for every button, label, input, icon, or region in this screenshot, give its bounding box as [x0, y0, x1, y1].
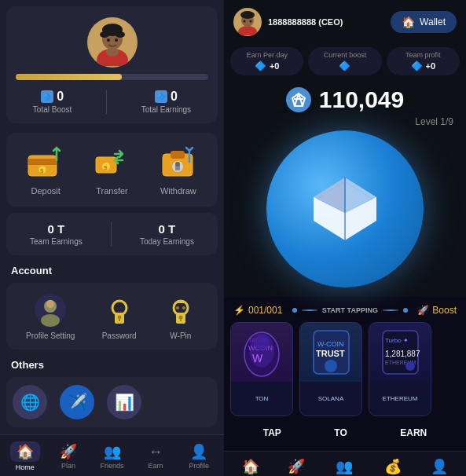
cards-row-header: ⚡ 001/001 START TAPPING 🚀 Boost [230, 303, 460, 317]
left-nav-home-label: Home [16, 463, 35, 471]
svg-point-33 [176, 306, 179, 309]
svg-text:$: $ [104, 164, 108, 171]
big-coin-button[interactable] [266, 130, 424, 287]
wallet-button[interactable]: 🏠 Wallet [391, 11, 457, 33]
right-nav-friends-icon: 👥 [336, 458, 353, 475]
left-nav-friends[interactable]: 👥 Friends [90, 443, 134, 470]
game-card-1[interactable]: W WCOIN TRUST TON [230, 322, 293, 416]
tap-button[interactable]: TAP [257, 424, 288, 441]
right-nav-plan[interactable]: 🚀 Plan [288, 458, 305, 476]
cards-scroll: W WCOIN TRUST TON W·COIN TRUST [230, 322, 460, 416]
svg-point-64 [405, 361, 415, 371]
to-button[interactable]: TO [328, 424, 353, 441]
wallet-button-label: Wallet [420, 16, 446, 27]
svg-point-6 [116, 31, 125, 38]
total-boost-stat: 🔷 0 Total Boost [33, 90, 72, 114]
left-nav-earn[interactable]: ↔️ Earn [134, 444, 177, 470]
today-earnings: 0 T Today Earnings [140, 222, 194, 246]
svg-text:W: W [252, 352, 263, 364]
actions-section: $ Deposit $ Transfer [6, 133, 218, 207]
svg-rect-28 [119, 317, 120, 321]
xp-bar [16, 74, 122, 80]
user-info: 1888888888 (CEO) [233, 8, 343, 36]
right-nav-earn[interactable]: 💰 Earn [384, 458, 402, 476]
game-card-3-img: Turbo ✦ 1,281,887 ETHEREUM [369, 323, 431, 382]
game-card-3-chain: ETHEREUM [383, 395, 418, 402]
withdraw-label: Withdraw [160, 186, 196, 196]
right-nav-earn-icon: 💰 [384, 458, 402, 475]
total-earnings-stat: 🔷 0 Total Earnings [141, 90, 191, 114]
deposit-icon: $ [25, 144, 66, 181]
team-profit-pill: Team profit 🔷 +0 [387, 47, 460, 75]
others-icon-2[interactable]: ✈️ [60, 385, 94, 419]
profit-diamond-icon: 🔷 [411, 60, 423, 71]
big-coin-container [266, 130, 424, 287]
left-nav-plan[interactable]: 🚀 Plan [46, 443, 90, 470]
svg-point-34 [182, 306, 185, 309]
svg-text:TRUST: TRUST [316, 349, 345, 358]
left-nav-plan-icon: 🚀 [60, 443, 77, 460]
w-pin[interactable]: W-Pin [163, 292, 198, 340]
left-nav-earn-icon: ↔️ [149, 444, 163, 460]
w-pin-icon [163, 292, 198, 327]
svg-rect-10 [28, 159, 57, 165]
coin-symbol [286, 87, 311, 112]
game-card-1-bottom: TON [231, 382, 292, 416]
cards-area: ⚡ 001/001 START TAPPING 🚀 Boost [224, 297, 466, 451]
left-nav-friends-icon: 👥 [104, 443, 121, 460]
svg-point-39 [244, 20, 246, 23]
others-icon-1[interactable]: 🌐 [13, 385, 47, 419]
left-nav-profile[interactable]: 👤 Profile [178, 443, 221, 470]
earnings-icon: 🔷 [155, 90, 167, 103]
account-header: Account [0, 258, 224, 280]
svg-rect-17 [171, 151, 185, 159]
transfer-action[interactable]: $ Transfer [91, 144, 132, 196]
earn-button[interactable]: EARN [394, 424, 433, 441]
game-card-1-img: W WCOIN TRUST [231, 323, 292, 382]
total-earnings-value: 🔷 0 [155, 90, 178, 104]
boost-button[interactable]: 🚀 Boost [417, 305, 457, 316]
xp-bar-container [16, 74, 208, 80]
right-nav-friends[interactable]: 👥 Friends [332, 458, 356, 476]
left-bottom-nav: 🏠 Home 🚀 Plan 👥 Friends ↔️ Earn 👤 Profil… [0, 434, 224, 476]
svg-point-20 [175, 162, 180, 167]
right-header: 1888888888 (CEO) 🏠 Wallet [224, 0, 466, 42]
game-card-2-img: W·COIN TRUST [300, 323, 361, 382]
team-earnings: 0 T Team Earnings [30, 222, 83, 246]
deposit-action[interactable]: $ Deposit [25, 144, 66, 196]
withdraw-icon [158, 144, 199, 181]
stats-bar: Earn Per day 🔷 +0 Current boost 🔷 Team p… [224, 42, 466, 80]
right-nav-home[interactable]: 🏠 Home [241, 458, 260, 476]
right-nav-profile[interactable]: 👤 Profile [429, 458, 449, 476]
game-card-3[interactable]: Turbo ✦ 1,281,887 ETHEREUM ETHEREUM [369, 322, 431, 416]
svg-point-40 [250, 20, 252, 23]
game-card-3-bottom: ETHEREUM [369, 382, 431, 416]
others-icon-3[interactable]: 📊 [107, 385, 141, 419]
left-nav-friends-label: Friends [101, 462, 124, 470]
left-nav-home[interactable]: 🏠 Home [3, 441, 46, 471]
svg-point-59 [325, 360, 337, 372]
total-boost-value: 🔷 0 [41, 90, 64, 104]
team-profit-label: Team profit [405, 51, 441, 59]
transfer-icon: $ [91, 144, 132, 181]
left-nav-home-icon: 🏠 [17, 444, 34, 460]
user-id: 1888888888 (CEO) [268, 17, 343, 27]
svg-point-38 [240, 11, 255, 19]
right-bottom-nav: 🏠 Home 🚀 Plan 👥 Friends 💰 Earn 👤 Profile [224, 451, 466, 476]
profile-setting[interactable]: Profile Setting [26, 292, 75, 340]
password-label: Password [102, 331, 137, 340]
earnings-divider [111, 222, 112, 246]
password[interactable]: Password [102, 292, 137, 340]
total-earnings-label: Total Earnings [141, 105, 191, 114]
start-tapping-label: START TAPPING [322, 306, 378, 314]
w-pin-label: W-Pin [170, 331, 191, 340]
team-earnings-value: 0 T [48, 222, 65, 236]
today-earnings-value: 0 T [159, 222, 176, 236]
game-card-2-chain: SOLANA [318, 395, 343, 402]
team-earnings-label: Team Earnings [30, 237, 83, 246]
energy-info: ⚡ 001/001 [233, 305, 282, 316]
withdraw-action[interactable]: Withdraw [158, 144, 199, 196]
svg-point-7 [107, 38, 110, 42]
avatar [87, 17, 138, 68]
game-card-2[interactable]: W·COIN TRUST SOLANA [299, 322, 362, 416]
